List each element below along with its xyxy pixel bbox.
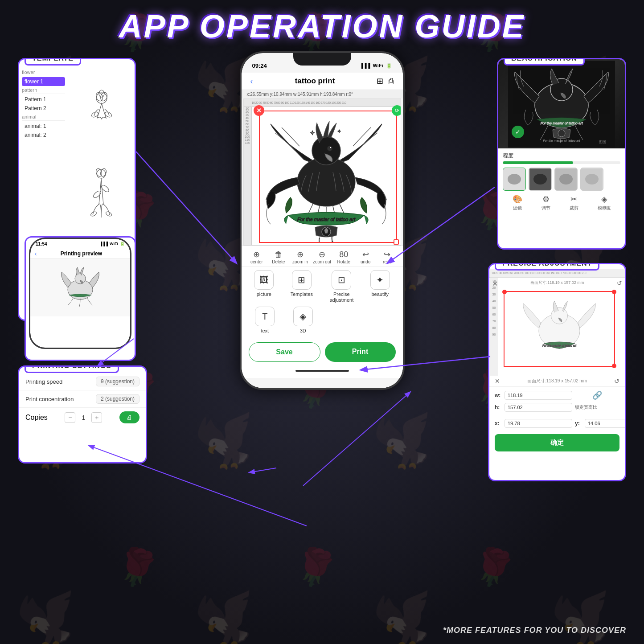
back-icon[interactable]: ‹ [250,77,253,86]
precise-h-row: h: [495,403,572,412]
beautification-label: BEAUTIFICATION [504,58,585,66]
copies-number: 1 [79,414,88,421]
print-speed-row: Printing speed 9 (suggestion) [19,373,146,390]
zoom-out-btn[interactable]: ⊖ zoom out [312,250,332,264]
template-item-pattern1[interactable]: Pattern 1 [22,95,65,104]
precise-size-label: 画面尺寸:118.19 x 157.02 mm [530,280,584,286]
beau-adjust-btn[interactable]: ⚙ 调节 [541,194,550,211]
undo-btn[interactable]: ↩ undo [356,250,375,264]
copies-row: Copies − 1 + 🖨 [19,408,146,427]
template-item-pattern2[interactable]: Pattern 2 [22,104,65,113]
signal-icon: ▐▐▐ [360,63,370,68]
3d-btn[interactable]: ◈ 3D [293,307,313,334]
zoom-in-btn[interactable]: ⊕ zoom in [291,250,310,264]
wifi-icon: WiFi [373,63,383,68]
beau-filter-btn[interactable]: 🎨 滤镜 [513,194,522,211]
function-row-1: 🖼 picture ⊞ Templates ⊡ Preciseadjustmen… [242,266,403,305]
3d-icon: ◈ [293,307,313,326]
ruler-left: 102030405060708090 100110120 [244,107,252,245]
text-label: text [261,328,269,334]
precise-y-input[interactable] [585,419,626,428]
zoom-out-icon: ⊖ [319,250,325,258]
beau-progress-fill [503,161,573,164]
precise-icon: ⊡ [332,270,351,290]
template-item-animal1[interactable]: animal: 1 [22,122,65,131]
template-category-pattern: pattern [22,86,65,94]
beau-thumb-3[interactable] [554,168,578,191]
precise-confirm-btn[interactable]: 确定 [495,434,619,451]
precise-x-input[interactable] [505,419,572,428]
tattoo-canvas: ✕ ⟳ [252,107,401,245]
phone-nav-bar: ‹ tattoo print ⊞ ⎙ [242,73,403,90]
resize-handle[interactable] [394,239,399,245]
grid-icon[interactable]: ⊞ [377,76,383,86]
ruler-top: 10 20 30 40 50 60 70 80 90 100 110 120 1… [244,99,401,107]
toolbar-row: ⊕ center 🗑 Delete ⊕ zoom in ⊖ zoom out [242,249,403,266]
phone-coords: x:26.55mm y:10.94mm w:145.91mm h:193.84m… [242,90,403,98]
precise-coord-fields: x: y: r: [489,415,625,431]
phone-screen: 09:24 ▐▐▐ WiFi 🔋 ‹ tattoo print ⊞ ⎙ [242,53,403,388]
beau-crop-label: 裁剪 [570,205,578,211]
delete-icon: 🗑 [275,250,283,258]
save-btn[interactable]: Save [249,342,320,362]
precise-w-label: w: [495,392,503,398]
beau-blur-btn[interactable]: ◈ 模糊度 [598,194,611,211]
svg-point-33 [558,130,565,137]
printing-preview-section: 11:54 ▐▐▐WiFi🔋 ‹ Printing preview [25,236,136,361]
template-item-flower1[interactable]: flower 1 [22,77,65,86]
beau-thumb-4[interactable] [580,168,603,191]
function-row-2: T text ◈ 3D [242,305,403,337]
share-icon[interactable]: ⎙ [389,77,394,86]
preview-phone-screen: 11:54 ▐▐▐WiFi🔋 ‹ Printing preview [30,239,130,348]
main-phone: 09:24 ▐▐▐ WiFi 🔋 ‹ tattoo print ⊞ ⎙ [240,51,405,390]
rotate-btn[interactable]: 80 Rotate [334,250,353,264]
text-btn[interactable]: T text [255,307,275,334]
precise-h-label: h: [495,404,503,410]
svg-point-45 [585,174,599,185]
svg-point-13 [90,111,99,118]
precise-close-btn[interactable]: ✕ [492,279,498,288]
beau-actions: 🎨 滤镜 ⚙ 调节 ✂ 裁剪 ◈ 模糊度 [503,194,620,211]
beautify-icon: ✦ [370,270,390,290]
beau-adjust-label: 调节 [541,205,550,211]
precise-fields: w: 🔗 h: 锁定宽高比 [489,387,625,415]
template-item-animal2[interactable]: animal: 2 [22,131,65,139]
bottom-btns: Save Print [242,338,403,366]
delete-btn[interactable]: 🗑 Delete [269,250,288,264]
print-btn[interactable]: Print [325,342,396,362]
delete-handle[interactable]: ✕ [254,105,264,116]
copies-minus-btn[interactable]: − [65,412,75,423]
beau-thumb-1[interactable] [503,168,526,191]
copies-plus-btn[interactable]: + [91,412,102,423]
rotate-label: Rotate [337,259,350,264]
preview-phone-frame: 11:54 ▐▐▐WiFi🔋 ‹ Printing preview [29,238,131,349]
precise-refresh2-btn[interactable]: ↺ [614,377,619,385]
battery-icon: 🔋 [386,63,392,69]
beautify-btn[interactable]: ✦ beautify [370,270,390,303]
precise-adjustment-label: PRECISE ADJUSTMENT [495,263,599,271]
precise-w-input[interactable] [505,391,572,400]
beau-crop-btn[interactable]: ✂ 裁剪 [570,194,578,211]
precise-btn[interactable]: ⊡ Preciseadjustment [329,270,353,303]
precise-h-input[interactable] [505,403,572,412]
picture-btn[interactable]: 🖼 picture [254,270,274,303]
precise-x-btn[interactable]: ✕ [495,377,500,385]
beau-thumbnails [503,168,620,191]
center-btn[interactable]: ⊕ center [247,250,267,264]
svg-line-2 [136,152,236,263]
rotate-handle[interactable]: ⟳ [392,105,401,116]
nav-title: tattoo print [295,77,335,86]
beau-thumb-2[interactable] [529,168,552,191]
text-icon: T [255,307,275,326]
beau-blur-label: 模糊度 [598,205,611,211]
svg-line-6 [303,392,410,486]
template-preview-2 [89,164,114,222]
page-title: APP OPERATION GUIDE [0,8,644,45]
precise-adjustment-section: PRECISE ADJUSTMENT 10 20 30 40 50 60 70 … [488,263,626,481]
redo-btn[interactable]: ↪ redo [377,250,397,264]
picture-icon: 🖼 [254,270,274,290]
precise-refresh-btn[interactable]: ↺ [617,279,622,287]
templates-btn[interactable]: ⊞ Templates [291,270,313,303]
phone-frame: 09:24 ▐▐▐ WiFi 🔋 ‹ tattoo print ⊞ ⎙ [240,51,405,390]
print-small-btn[interactable]: 🖨 [119,411,139,423]
